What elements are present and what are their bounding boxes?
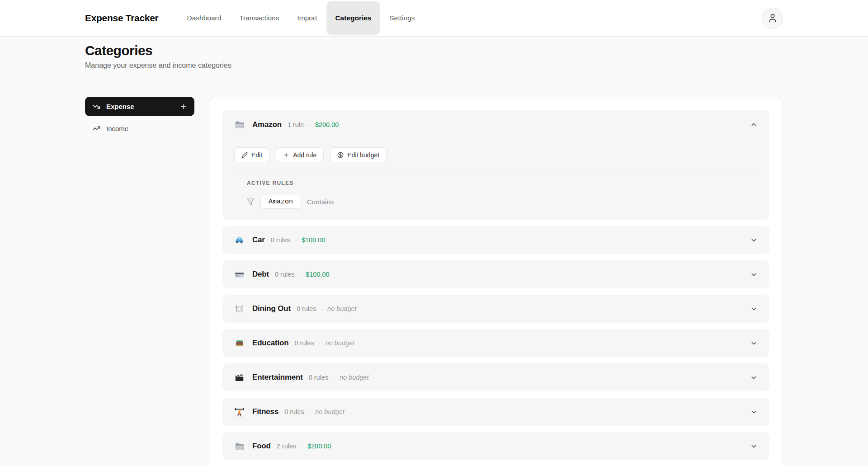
category-budget: no budget xyxy=(326,339,355,347)
meta-separator: · xyxy=(319,339,321,347)
avatar-button[interactable] xyxy=(762,8,783,29)
category-budget: no budget xyxy=(315,408,344,415)
app-header: Expense Tracker Dashboard Transactions I… xyxy=(0,0,868,37)
meta-separator: · xyxy=(321,305,323,312)
category-name: Dining Out xyxy=(252,304,291,313)
app-logo: Expense Tracker xyxy=(85,13,158,24)
user-icon xyxy=(768,13,778,23)
category-header[interactable]: Car 0 rules · $100.00 xyxy=(222,226,769,254)
page-title: Categories xyxy=(85,43,783,58)
categories-card: Amazon 1 rule · $200.00 EditAdd ruleEdit… xyxy=(209,97,783,466)
meta-separator: · xyxy=(333,374,335,381)
meta-separator: · xyxy=(308,121,311,128)
chevron-down-icon[interactable] xyxy=(750,271,758,278)
category-header[interactable]: Amazon 1 rule · $200.00 xyxy=(222,110,769,139)
folder-icon xyxy=(234,441,245,452)
category-rule-count: 0 rules xyxy=(297,305,316,312)
category-budget: $100.00 xyxy=(306,271,329,278)
category-header[interactable]: Fitness 0 rules · no budget xyxy=(222,398,769,426)
meta-separator: · xyxy=(299,271,302,278)
category-name: Car xyxy=(252,235,265,245)
chevron-up-icon[interactable] xyxy=(750,121,758,128)
category-budget: no budget xyxy=(340,374,369,381)
plus-icon xyxy=(283,152,289,158)
income-tab-label: Income xyxy=(106,125,128,132)
category-name: Education xyxy=(252,339,288,348)
car-icon xyxy=(234,235,245,245)
trending-up-icon xyxy=(92,124,100,132)
category-row-amazon: Amazon 1 rule · $200.00 EditAdd ruleEdit… xyxy=(222,110,769,220)
category-name: Food xyxy=(252,442,271,451)
category-rule-count: 0 rules xyxy=(294,339,314,347)
category-name: Debt xyxy=(252,270,269,279)
category-name: Fitness xyxy=(252,407,278,416)
sidebar-item-expense[interactable]: Expense xyxy=(85,97,194,116)
chevron-down-icon[interactable] xyxy=(750,374,758,381)
nav-item-settings[interactable]: Settings xyxy=(381,1,424,35)
chevron-down-icon[interactable] xyxy=(750,339,758,347)
sidebar: Expense Income xyxy=(85,97,194,135)
meta-separator: · xyxy=(295,236,297,244)
category-row-entertainment: Entertainment 0 rules · no budget xyxy=(222,363,769,391)
folder-icon xyxy=(234,119,245,130)
chevron-down-icon[interactable] xyxy=(750,442,758,450)
nav-item-dashboard[interactable]: Dashboard xyxy=(178,1,230,35)
category-row-car: Car 0 rules · $100.00 xyxy=(222,226,769,254)
category-row-food: Food 2 rules · $200.00 xyxy=(222,432,769,460)
category-header[interactable]: Food 2 rules · $200.00 xyxy=(222,432,769,460)
rule-match-type: Contains xyxy=(307,198,334,206)
funnel-icon xyxy=(247,198,255,206)
edit-budget-button[interactable]: Edit budget xyxy=(330,147,387,162)
sidebar-item-income[interactable]: Income xyxy=(85,122,194,135)
category-budget: no budget xyxy=(327,305,357,312)
page-subtitle: Manage your expense and income categorie… xyxy=(85,61,783,70)
active-rules-section: ACTIVE RULES AmazonContains xyxy=(234,170,758,220)
category-actions: EditAdd ruleEdit budget xyxy=(222,139,769,170)
nav-item-import[interactable]: Import xyxy=(288,1,326,35)
books-icon xyxy=(234,338,245,348)
button-label: Add rule xyxy=(293,151,316,159)
category-rule-count: 0 rules xyxy=(271,236,291,244)
category-header[interactable]: Education 0 rules · no budget xyxy=(222,329,769,357)
add-category-icon[interactable] xyxy=(180,103,187,110)
category-rule-count: 0 rules xyxy=(284,408,304,415)
category-row-debt: Debt 0 rules · $100.00 xyxy=(222,260,769,288)
clapperboard-icon xyxy=(234,372,245,383)
dining-icon xyxy=(234,304,245,314)
nav-item-categories[interactable]: Categories xyxy=(326,1,380,35)
meta-separator: · xyxy=(309,408,311,415)
pencil-icon xyxy=(241,152,248,158)
category-rule-count: 0 rules xyxy=(309,374,329,381)
rule-row: AmazonContains xyxy=(247,195,758,209)
expense-tab-label: Expense xyxy=(106,103,134,110)
chevron-down-icon[interactable] xyxy=(750,236,758,244)
category-rule-count: 0 rules xyxy=(275,271,295,278)
category-budget: $200.00 xyxy=(315,121,339,128)
meta-separator: · xyxy=(301,442,303,450)
active-rules-label: ACTIVE RULES xyxy=(247,180,758,186)
main-nav: Dashboard Transactions Import Categories… xyxy=(178,0,423,36)
trending-down-icon xyxy=(92,103,100,111)
nav-item-transactions[interactable]: Transactions xyxy=(231,1,288,35)
category-row-fitness: Fitness 0 rules · no budget xyxy=(222,398,769,426)
button-label: Edit xyxy=(251,151,262,159)
category-header[interactable]: Dining Out 0 rules · no budget xyxy=(222,295,769,323)
category-header[interactable]: Entertainment 0 rules · no budget xyxy=(222,363,769,391)
category-rule-count: 2 rules xyxy=(277,442,297,450)
category-name: Amazon xyxy=(252,120,282,129)
add-rule-button[interactable]: Add rule xyxy=(276,147,324,162)
category-row-education: Education 0 rules · no budget xyxy=(222,329,769,357)
chevron-down-icon[interactable] xyxy=(750,305,758,313)
category-budget: $100.00 xyxy=(302,236,325,244)
category-header[interactable]: Debt 0 rules · $100.00 xyxy=(222,260,769,288)
weightlifter-icon xyxy=(234,407,245,417)
edit-button[interactable]: Edit xyxy=(234,147,269,162)
chevron-down-icon[interactable] xyxy=(750,408,758,416)
rules-list: AmazonContains xyxy=(247,195,758,209)
category-row-dining-out: Dining Out 0 rules · no budget xyxy=(222,295,769,323)
button-label: Edit budget xyxy=(347,151,379,159)
category-budget: $200.00 xyxy=(307,442,331,450)
dollar-circle-icon xyxy=(337,152,344,158)
rule-pattern-pill: Amazon xyxy=(260,195,301,209)
credit-card-icon xyxy=(234,269,245,280)
